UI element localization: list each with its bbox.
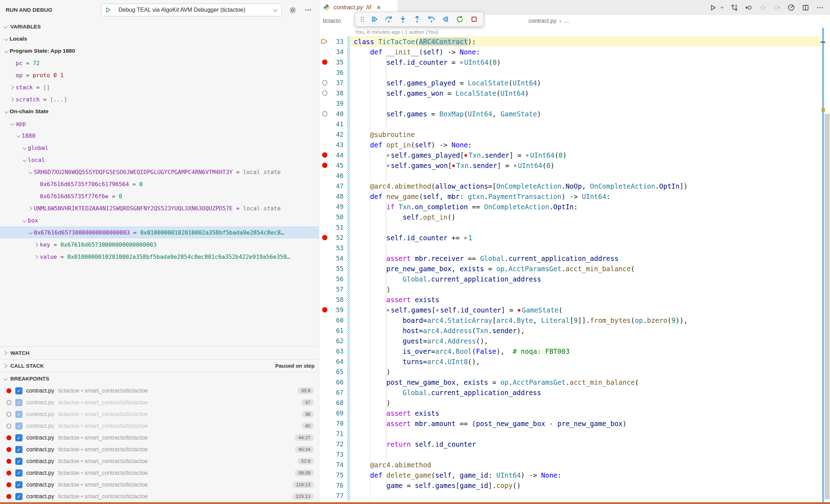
code-line-76[interactable]: 76game = self.games[game_id].copy() bbox=[319, 480, 830, 490]
breakpoint-gutter[interactable] bbox=[319, 140, 330, 150]
chevron-right-icon[interactable] bbox=[34, 254, 40, 260]
step-over-button[interactable] bbox=[382, 13, 395, 25]
breadcrumb-item-left[interactable]: tictacto bbox=[323, 18, 341, 24]
breakpoint-checkbox[interactable]: ✓ bbox=[15, 411, 22, 418]
variable-row[interactable]: value = 0x01000000102010002a358bf5bada9e… bbox=[0, 251, 319, 263]
breakpoints-section-header[interactable]: BREAKPOINTS bbox=[0, 372, 319, 385]
breakpoint-checkbox[interactable]: ✓ bbox=[15, 446, 22, 453]
breakpoint-row[interactable]: ✓contract.pytictactoe • smart_contracts/… bbox=[0, 455, 319, 467]
restart-button[interactable] bbox=[453, 13, 466, 25]
code-line-36[interactable]: 36 bbox=[319, 67, 830, 78]
breakpoint-gutter[interactable] bbox=[319, 181, 330, 191]
breakpoint-checkbox[interactable]: ✓ bbox=[15, 481, 22, 488]
chevron-right-icon[interactable] bbox=[28, 205, 34, 211]
chevron-down-icon[interactable] bbox=[16, 133, 22, 139]
inline-breakpoint-candidate-icon[interactable]: ● bbox=[387, 163, 390, 168]
breakpoint-gutter[interactable] bbox=[319, 232, 330, 243]
variable-row[interactable]: 1880 bbox=[0, 130, 319, 142]
code-line-55[interactable]: 55pre_new_game_box, exists = op.AcctPara… bbox=[319, 263, 830, 274]
run-dropdown-icon[interactable] bbox=[719, 2, 725, 13]
breakpoint-gutter[interactable] bbox=[319, 67, 330, 78]
breadcrumb-item-symbol[interactable]: ... bbox=[564, 18, 569, 24]
code-line-62[interactable]: 62guest=arc4.Address(), bbox=[319, 336, 830, 346]
variable-row[interactable]: global bbox=[0, 142, 319, 154]
code-line-64[interactable]: 64turns=arc4.UInt8(), bbox=[319, 356, 830, 367]
next-change-icon[interactable] bbox=[772, 2, 782, 13]
breakpoint-gutter[interactable] bbox=[319, 449, 330, 460]
breakpoint-row[interactable]: ✓contract.pytictactoe • smart_contracts/… bbox=[0, 443, 319, 455]
inline-breakpoint-candidate-icon[interactable]: ● bbox=[387, 152, 390, 158]
code-line-63[interactable]: 63is_over=arc4.Bool(False), # noqa: FBT0… bbox=[319, 346, 830, 356]
breakpoint-gutter[interactable] bbox=[319, 263, 330, 274]
breakpoint-gutter[interactable] bbox=[319, 57, 330, 67]
code-line-68[interactable]: 68) bbox=[319, 398, 830, 408]
chevron-down-icon[interactable] bbox=[4, 36, 10, 42]
code-line-57[interactable]: 57) bbox=[319, 284, 830, 294]
code-line-49[interactable]: 49if Txn.on_completion == OnCompleteActi… bbox=[319, 201, 830, 212]
breakpoint-gutter[interactable] bbox=[319, 305, 330, 315]
breakpoint-gutter[interactable] bbox=[319, 367, 330, 377]
code-line-44[interactable]: 44●self.games_played[●Txn.sender] = ●UIn… bbox=[319, 150, 830, 160]
breakpoint-gutter[interactable] bbox=[319, 346, 330, 356]
variable-row[interactable]: op = proto 0 1 bbox=[0, 69, 319, 81]
breakpoint-gutter[interactable] bbox=[319, 284, 330, 294]
variable-row[interactable]: Program State: App 1880 bbox=[0, 45, 319, 57]
code-line-41[interactable]: 41 bbox=[319, 119, 830, 129]
breakpoint-gutter[interactable] bbox=[319, 418, 330, 429]
code-line-61[interactable]: 61host=arc4.Address(Txn.sender), bbox=[319, 325, 830, 336]
previous-change-icon[interactable] bbox=[743, 2, 754, 13]
breakpoint-row[interactable]: ✓contract.pytictactoe • smart_contracts/… bbox=[0, 479, 319, 490]
step-back-button[interactable] bbox=[425, 13, 438, 25]
inline-breakpoint-active-icon[interactable]: ● bbox=[518, 307, 521, 313]
code-line-33[interactable]: 33class TicTacToe(ARC4Contract): bbox=[319, 36, 830, 47]
code-line-50[interactable]: 50self.opt_in() bbox=[319, 212, 830, 222]
breakpoint-gutter[interactable] bbox=[319, 336, 330, 346]
breakpoint-gutter[interactable] bbox=[319, 191, 330, 201]
breakpoint-gutter[interactable] bbox=[319, 294, 330, 305]
more-actions-icon[interactable] bbox=[814, 2, 825, 13]
breakpoint-gutter[interactable] bbox=[319, 78, 330, 88]
breakpoint-checkbox[interactable]: ✓ bbox=[15, 422, 22, 430]
breakpoint-gutter[interactable] bbox=[319, 222, 330, 232]
variable-row[interactable]: pc = 72 bbox=[0, 57, 319, 69]
variable-row[interactable]: local bbox=[0, 154, 319, 166]
breakpoint-gutter[interactable] bbox=[319, 315, 330, 325]
close-icon[interactable]: × bbox=[377, 4, 381, 11]
gear-icon[interactable] bbox=[288, 5, 298, 15]
variable-row[interactable]: stack = [] bbox=[0, 81, 319, 93]
code-line-46[interactable]: 46 bbox=[319, 170, 830, 181]
breakpoint-checkbox[interactable]: ✓ bbox=[15, 399, 22, 406]
current-change-icon[interactable] bbox=[757, 2, 768, 13]
code-line-69[interactable]: 69assert exists bbox=[319, 408, 830, 418]
inline-breakpoint-candidate-icon[interactable]: ● bbox=[464, 235, 467, 240]
breakpoint-gutter[interactable] bbox=[319, 480, 330, 490]
breakpoint-gutter[interactable] bbox=[319, 109, 330, 119]
code-line-54[interactable]: 54assert mbr.receiver == Global.current_… bbox=[319, 253, 830, 263]
breakpoint-gutter[interactable] bbox=[319, 356, 330, 367]
start-debugging-icon[interactable] bbox=[101, 4, 115, 16]
variables-section-header[interactable]: VARIABLES bbox=[0, 20, 319, 33]
variable-row[interactable]: 0x67616d65735f776f6e = 0 bbox=[0, 190, 319, 202]
variable-row[interactable]: 0x67616d65730000000000000003 = 0x0100000… bbox=[0, 226, 319, 238]
code-line-58[interactable]: 58assert exists bbox=[319, 294, 830, 305]
breakpoint-checkbox[interactable]: ✓ bbox=[15, 493, 22, 500]
breakpoint-gutter[interactable] bbox=[319, 325, 330, 336]
breakpoint-checkbox[interactable]: ✓ bbox=[15, 469, 22, 477]
code-line-77[interactable]: 77 bbox=[319, 490, 830, 501]
breakpoint-row[interactable]: ✓contract.pytictactoe • smart_contracts/… bbox=[0, 490, 319, 502]
breakpoint-gutter[interactable] bbox=[319, 377, 330, 387]
code-line-53[interactable]: 53 bbox=[319, 243, 830, 253]
run-icon[interactable] bbox=[708, 2, 718, 13]
variable-row[interactable]: UNML6W5NVHRIKTEOZAA4NI2SWQROSGNFNY2QS523… bbox=[0, 202, 319, 214]
variable-row[interactable]: Locals bbox=[0, 33, 319, 45]
breakpoint-checkbox[interactable]: ✓ bbox=[15, 434, 22, 441]
chevron-right-icon[interactable] bbox=[10, 84, 16, 90]
code-line-34[interactable]: 34def __init__(self) -> None: bbox=[319, 47, 830, 57]
breakpoint-gutter[interactable] bbox=[319, 387, 330, 398]
code-line-38[interactable]: 38self.games_won = LocalState(UInt64) bbox=[319, 88, 830, 98]
inline-breakpoint-candidate-icon[interactable]: ● bbox=[436, 307, 439, 313]
variable-row[interactable]: 0x67616d65735f706c61796564 = 0 bbox=[0, 178, 319, 190]
code-line-42[interactable]: 42@subroutine bbox=[319, 129, 830, 140]
breakpoint-row[interactable]: ✓contract.pytictactoe • smart_contracts/… bbox=[0, 408, 319, 420]
code-line-60[interactable]: 60board=arc4.StaticArray[arc4.Byte, Lite… bbox=[319, 315, 830, 325]
